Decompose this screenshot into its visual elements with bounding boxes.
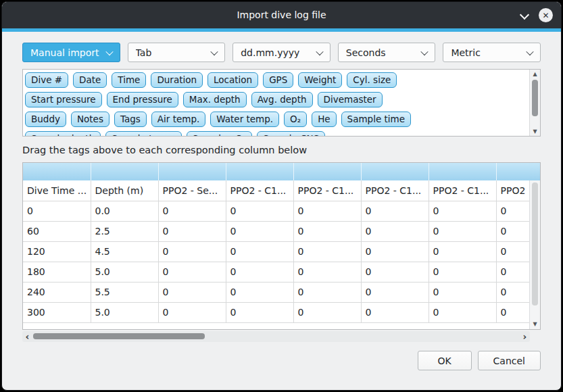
table-cell: 0	[429, 302, 496, 322]
table-cell: 0	[496, 282, 530, 302]
scrollbar-corner	[529, 163, 540, 180]
tag-o[interactable]: O₂	[284, 112, 307, 127]
tag-buddy[interactable]: Buddy	[25, 112, 66, 127]
column-drop-target[interactable]	[23, 163, 91, 180]
preview-table-container: Dive Time ...Depth (m)PPO2 - Se...PPO2 -…	[22, 162, 541, 330]
table-cell: 0	[293, 201, 361, 221]
table-cell: 0	[361, 282, 429, 302]
tag-avg-depth[interactable]: Avg. depth	[251, 92, 313, 107]
tag-time[interactable]: Time	[112, 72, 146, 88]
tag-sample-cns[interactable]: Sample CNS	[257, 131, 325, 136]
scroll-down-icon[interactable]: ▼	[530, 320, 540, 328]
tag-sample-temp[interactable]: Sample temp.	[105, 131, 182, 136]
chevron-down-icon	[316, 47, 323, 55]
tag-divemaster[interactable]: Divemaster	[318, 92, 383, 107]
column-drop-target[interactable]	[429, 163, 496, 180]
table-row: 00.0000000	[23, 201, 530, 221]
column-drop-target[interactable]	[496, 163, 530, 180]
table-cell: 0	[361, 262, 429, 282]
drop-target-row	[23, 163, 530, 180]
table-cell: 0	[226, 241, 293, 262]
tag-sample-po[interactable]: Sample pO₂	[187, 131, 253, 136]
tag-start-pressure[interactable]: Start pressure	[25, 92, 102, 107]
tag-notes[interactable]: Notes	[71, 112, 109, 127]
combobox-date-format[interactable]: dd.mm.yyyy	[232, 43, 331, 62]
column-header: Depth (m)	[91, 180, 158, 201]
table-cell: 0	[226, 221, 293, 241]
table-cell: 0	[226, 302, 293, 322]
chevron-down-icon	[105, 47, 113, 55]
column-header: PPO2 - C1...	[361, 180, 429, 201]
tag-max-depth[interactable]: Max. depth	[183, 92, 247, 107]
cancel-button[interactable]: Cancel	[478, 351, 541, 370]
table-row: 1204.5000000	[23, 241, 530, 262]
scrollbar-handle[interactable]	[33, 333, 205, 339]
table-cell: 0	[496, 262, 530, 282]
tag-date[interactable]: Date	[73, 72, 107, 88]
column-header: PPO2 - C1...	[226, 180, 293, 201]
scrollbar-handle[interactable]	[532, 182, 538, 305]
table-cell: 0	[226, 262, 293, 282]
table-cell: 0	[429, 241, 496, 262]
table-cell: 0	[361, 201, 429, 221]
tag-sample-time[interactable]: Sample time	[341, 112, 411, 127]
table-cell: 0	[158, 262, 226, 282]
combo-row: Manual importTabdd.mm.yyyySecondsMetric	[22, 43, 541, 62]
tag-duration[interactable]: Duration	[151, 72, 203, 88]
tag-air-temp[interactable]: Air temp.	[151, 112, 205, 127]
tag-cyl-size[interactable]: Cyl. size	[347, 72, 397, 88]
table-cell: 0	[429, 201, 496, 221]
preview-table: Dive Time ...Depth (m)PPO2 - Se...PPO2 -…	[23, 163, 531, 323]
tag-weight[interactable]: Weight	[298, 72, 342, 88]
scrollbar-handle[interactable]	[532, 80, 538, 116]
dialog-buttons: OK Cancel	[22, 351, 541, 370]
combobox-field-separator[interactable]: Tab	[128, 43, 226, 62]
table-cell: 60	[23, 221, 91, 241]
tag-water-temp[interactable]: Water temp.	[210, 112, 279, 127]
table-cell: 0	[158, 201, 226, 221]
combobox-units[interactable]: Metric	[443, 43, 541, 62]
scroll-down-icon[interactable]: ▼	[533, 127, 537, 136]
chevron-down-icon[interactable]	[519, 10, 530, 21]
tag-tags[interactable]: Tags	[114, 112, 147, 127]
column-drop-target[interactable]	[293, 163, 361, 180]
tag-sample-depth[interactable]: Sample depth	[25, 131, 101, 136]
column-header-row: Dive Time ...Depth (m)PPO2 - Se...PPO2 -…	[23, 180, 530, 201]
tag-end-pressure[interactable]: End pressure	[107, 92, 178, 107]
titlebar: Import dive log file ✕	[2, 2, 561, 28]
combobox-value: Seconds	[346, 47, 386, 58]
scroll-up-icon[interactable]: ▲	[533, 70, 537, 78]
scrollbar-track[interactable]	[32, 331, 520, 342]
column-header: PPO2	[496, 180, 530, 201]
scroll-right-icon[interactable]: ›	[520, 331, 530, 342]
table-cell: 0	[293, 262, 361, 282]
drag-instruction-label: Drag the tags above to each correspondin…	[22, 143, 541, 157]
tag-row: Dive #DateTimeDurationLocationGPSWeightC…	[25, 72, 529, 88]
combobox-duration-format[interactable]: Seconds	[338, 43, 436, 62]
table-cell: 0.0	[91, 201, 158, 221]
tag-gps[interactable]: GPS	[263, 72, 293, 88]
table-cell: 0	[293, 302, 361, 322]
combobox-import-mode[interactable]: Manual import	[22, 43, 120, 62]
tag-row: Sample depthSample temp.Sample pO₂Sample…	[25, 131, 529, 136]
table-cell: 0	[23, 201, 91, 221]
table-horizontal-scrollbar[interactable]: ‹ ›	[22, 331, 530, 342]
tag-he[interactable]: He	[312, 112, 336, 127]
column-drop-target[interactable]	[158, 163, 226, 180]
column-header: Dive Time ...	[23, 180, 91, 201]
table-cell: 0	[293, 221, 361, 241]
close-button[interactable]: ✕	[539, 8, 553, 22]
tag-location[interactable]: Location	[207, 72, 258, 88]
scroll-left-icon[interactable]: ‹	[22, 331, 32, 342]
tag-pool-scrollbar[interactable]: ▲ ▼	[529, 70, 540, 136]
column-drop-target[interactable]	[361, 163, 429, 180]
table-cell: 0	[158, 241, 226, 262]
ok-button[interactable]: OK	[418, 351, 472, 370]
table-cell: 0	[496, 201, 530, 221]
combobox-value: Metric	[451, 47, 481, 58]
table-vertical-scrollbar[interactable]: ▼	[529, 180, 540, 329]
column-drop-target[interactable]	[91, 163, 158, 180]
tag-dive[interactable]: Dive #	[25, 72, 68, 88]
column-header: PPO2 - C1...	[293, 180, 361, 201]
column-drop-target[interactable]	[226, 163, 293, 180]
